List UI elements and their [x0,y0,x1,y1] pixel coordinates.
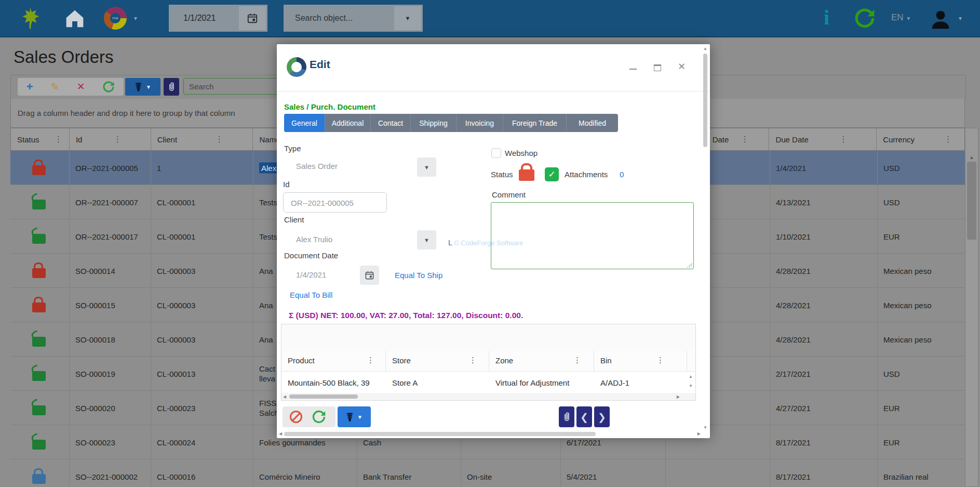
column-menu-icon[interactable]: ⋮ [741,135,749,144]
app-logo-donut-icon[interactable] [104,7,127,30]
column-header-id[interactable]: Id⋮ [70,128,151,150]
cell-due-date: 1/10/2021 [776,231,811,241]
status-lock-icon [32,440,46,450]
type-dropdown-button[interactable]: ▼ [417,157,436,177]
tab-shipping[interactable]: Shipping [410,114,456,132]
add-button[interactable]: + [26,78,33,96]
global-date-field[interactable]: 1/1/2021 [169,5,267,32]
previous-record-button[interactable]: ❮ [576,406,592,427]
table-vertical-scrollbar[interactable]: ▲ [965,128,978,487]
delete-button[interactable]: ✕ [77,78,85,96]
user-avatar[interactable] [929,7,952,31]
maximize-icon[interactable] [654,64,661,71]
column-header-currency[interactable]: Currency⋮ [877,128,964,150]
attachments-button[interactable] [559,406,574,427]
tab-invoicing[interactable]: Invoicing [456,114,503,132]
info-icon[interactable]: i [824,6,829,29]
user-caret-icon[interactable]: ▼ [958,16,963,21]
column-menu-icon[interactable]: ⋮ [367,356,374,365]
tab-general[interactable]: General [284,114,325,132]
filter-button[interactable]: ▼ [338,406,371,427]
scroll-right-icon[interactable]: ▶ [697,431,701,436]
lines-grid-row[interactable]: Mountain-500 Black, 39 Store A Virtual f… [281,371,686,394]
column-header-status[interactable]: Status⋮ [11,128,70,150]
scroll-up-icon[interactable]: ▲ [969,154,974,160]
scroll-left-icon[interactable]: ◀ [279,431,282,436]
dialog-header[interactable]: Edit ✕ [277,44,710,91]
cell-currency: USD [883,368,900,378]
scroll-up-icon[interactable]: ▲ [703,46,707,51]
lines-grid-horizontal-scrollbar[interactable]: ◀ ▶ [281,393,695,400]
column-header-zone[interactable]: Zone⋮ [489,351,594,371]
minimize-icon[interactable] [629,69,637,70]
close-icon[interactable]: ✕ [678,61,686,72]
filter-button[interactable]: ▼ [125,78,160,96]
cell-zone: Virtual for Adjustment [495,378,569,388]
scroll-left-icon[interactable]: ◀ [283,394,286,399]
refresh-button[interactable] [102,81,115,93]
comment-textarea[interactable] [491,202,694,269]
column-header-client[interactable]: Client⋮ [151,128,253,150]
cell-client: CL-000013 [157,368,195,378]
tab-additional[interactable]: Additional [325,114,370,132]
column-menu-icon[interactable]: ⋮ [114,135,122,144]
cell-name: Tests [259,231,277,241]
language-selector[interactable]: EN ▼ [891,12,911,23]
tab-contact[interactable]: Contact [370,114,410,132]
column-menu-icon[interactable]: ⋮ [839,135,847,144]
equal-to-bill-link[interactable]: Equal To Bill [290,291,332,299]
column-header-bin[interactable]: Bin⋮ [594,351,687,371]
scroll-down-icon[interactable]: ▼ [689,384,693,388]
dialog-horizontal-scrollbar[interactable]: ◀ ▶ [278,430,703,437]
search-object-caret-icon[interactable]: ▼ [394,6,421,30]
attachments-count-link[interactable]: 0 [620,170,624,179]
attachments-button[interactable] [164,78,179,96]
resize-handle[interactable] [687,262,692,268]
column-menu-icon[interactable]: ⋮ [573,356,581,365]
tab-modified[interactable]: Modified [566,114,618,132]
dialog-footer-group [283,406,335,427]
scrollbar-thumb[interactable] [289,394,358,399]
column-header-store[interactable]: Store⋮ [386,351,489,371]
paperclip-icon [167,81,176,93]
webshop-checkbox[interactable] [491,148,501,158]
scrollbar-thumb[interactable] [967,162,976,240]
dialog-vertical-scrollbar[interactable]: ▲ ▼ [702,45,709,437]
cell-payment: Cash [363,437,381,447]
status-lock-icon [519,169,534,181]
next-record-button[interactable]: ❯ [594,406,610,427]
search-object-select[interactable]: Search object... ▼ [284,5,423,32]
document-date-calendar-button[interactable] [360,266,379,285]
column-menu-icon[interactable]: ⋮ [55,135,62,144]
scrollbar-thumb[interactable] [703,54,707,147]
column-header-due-date[interactable]: Due Date⋮ [769,128,877,150]
scrollbar-thumb[interactable] [284,432,596,436]
client-dropdown-button[interactable]: ▼ [417,230,436,249]
table-row[interactable]: SO--2021-000002 CL-000016 Comércio Minei… [10,459,965,487]
calendar-icon[interactable] [239,6,266,30]
edit-pencil-button[interactable]: ✎ [50,78,59,96]
app-logo-caret-icon[interactable]: ▼ [133,16,138,21]
language-caret-icon: ▼ [906,16,911,21]
tab-foreign-trade[interactable]: Foreign Trade [503,114,566,132]
scroll-down-icon[interactable]: ▼ [703,425,707,430]
column-menu-icon[interactable]: ⋮ [944,135,952,144]
cancel-button[interactable] [290,411,302,423]
scroll-up-icon[interactable]: ▲ [689,374,693,379]
home-icon[interactable] [64,9,85,28]
leaf-logo-icon[interactable] [19,7,42,30]
refresh-icon[interactable] [854,7,876,29]
cell-client: CL-000003 [157,300,195,310]
equal-to-ship-link[interactable]: Equal To Ship [395,271,442,280]
column-menu-icon[interactable]: ⋮ [656,356,664,365]
cell-name: Comércio Mineiro [259,471,320,481]
column-divider [253,151,253,487]
scroll-right-icon[interactable]: ▶ [677,394,680,399]
status-label: Status [491,170,513,179]
refresh-button[interactable] [312,410,326,424]
column-header-product[interactable]: Product⋮ [281,351,386,371]
attachments-checkbox[interactable]: ✓ [545,167,559,181]
column-menu-icon[interactable]: ⋮ [216,135,223,144]
column-menu-icon[interactable]: ⋮ [469,356,477,365]
cell-due-date: 8/17/2021 [776,437,811,447]
